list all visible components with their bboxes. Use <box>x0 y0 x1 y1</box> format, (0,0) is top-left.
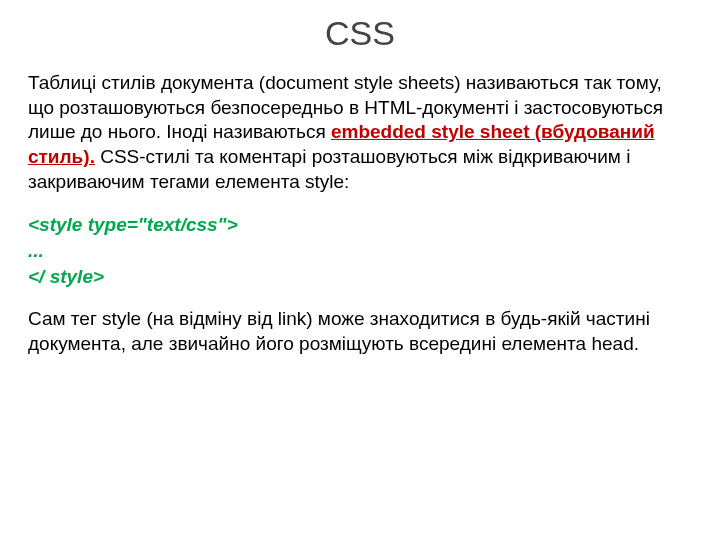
paragraph-2: Сам тег style (на відміну від link) може… <box>28 307 692 356</box>
embedded-style-link-2[interactable]: стиль). <box>28 146 95 167</box>
code-line-3: </ style> <box>28 264 692 290</box>
code-line-1: <style type="text/css"> <box>28 212 692 238</box>
code-line-2: ... <box>28 238 692 264</box>
slide-title: CSS <box>28 14 692 53</box>
slide: CSS Таблиці стилів документа (document s… <box>0 0 720 540</box>
paragraph-1-post: CSS-стилі та коментарі розташовуються мі… <box>28 146 630 192</box>
embedded-style-link[interactable]: embedded style sheet (вбудований <box>331 121 655 142</box>
code-block: <style type="text/css"> ... </ style> <box>28 212 692 289</box>
paragraph-1: Таблиці стилів документа (document style… <box>28 71 692 194</box>
